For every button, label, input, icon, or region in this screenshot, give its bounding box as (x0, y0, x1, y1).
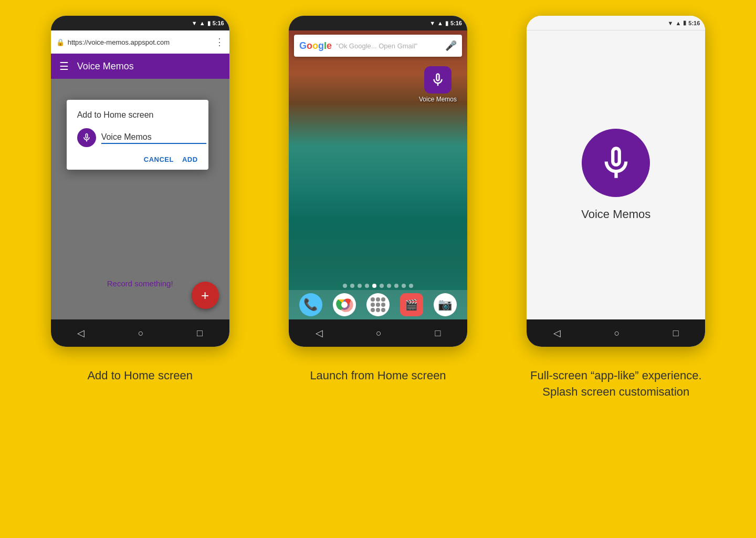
app-dot (371, 297, 375, 302)
shortcut-label: Voice Memos (419, 96, 457, 103)
home-icon[interactable]: ○ (614, 328, 620, 339)
toolbar-title: Voice Memos (77, 61, 134, 72)
battery-icon: ▮ (207, 20, 211, 27)
google-logo: Google (299, 40, 332, 51)
back-icon[interactable]: ◁ (316, 327, 323, 339)
dialog-input-row (77, 128, 198, 147)
app-dot (371, 308, 375, 312)
dot-6 (380, 284, 384, 288)
phone3-container: ▼ ▲ ▮ 5:16 Voice Memos ◁ ○ □ (508, 16, 724, 347)
phone1-status-icons: ▼ ▲ ▮ 5:16 (192, 20, 224, 27)
app-dot (381, 297, 385, 302)
phone3-status-bar: ▼ ▲ ▮ 5:16 (527, 16, 705, 30)
dock-photos-icon[interactable]: 📷 (434, 293, 457, 316)
photos-icon: 📷 (438, 298, 452, 312)
time: 5:16 (450, 20, 462, 26)
phone2-nav-bar: ◁ ○ □ (289, 319, 467, 347)
apps-grid (371, 297, 385, 312)
phone1: ▼ ▲ ▮ 5:16 🔒 https://voice-memos.appspot… (51, 16, 229, 347)
cancel-button[interactable]: CANCEL (144, 156, 174, 163)
phone3: ▼ ▲ ▮ 5:16 Voice Memos ◁ ○ □ (527, 16, 705, 347)
phone2-status-bar: ▼ ▲ ▮ 5:16 (289, 16, 467, 30)
dock-chrome-icon[interactable] (333, 293, 356, 316)
fab-button[interactable]: + (192, 282, 219, 309)
mic-svg (81, 132, 92, 143)
wifi-icon: ▼ (429, 20, 435, 26)
lock-icon: 🔒 (56, 38, 65, 46)
svg-point-2 (341, 302, 348, 308)
dot-10 (409, 284, 413, 288)
phone3-status-icons: ▼ ▲ ▮ 5:16 (668, 19, 700, 26)
wifi-icon: ▼ (668, 20, 674, 26)
recents-icon[interactable]: □ (435, 328, 440, 339)
app-dot (381, 303, 385, 307)
splash-app-title: Voice Memos (581, 208, 650, 221)
url-bar[interactable]: 🔒 https://voice-memos.appspot.com ⋮ (51, 30, 229, 54)
home-icon[interactable]: ○ (138, 328, 144, 339)
back-icon[interactable]: ◁ (77, 327, 85, 339)
app-dot (381, 308, 385, 312)
dock-phone-icon[interactable]: 📞 (299, 293, 322, 316)
app-dot (371, 303, 375, 307)
dialog-actions: CANCEL ADD (77, 156, 198, 163)
add-button[interactable]: ADD (182, 156, 198, 163)
dock-video-icon[interactable]: 🎬 (400, 293, 423, 316)
dot-1 (343, 284, 347, 288)
add-to-home-dialog: Add to Home screen CANCEL ADD (67, 100, 208, 170)
phone2-status-icons: ▼ ▲ ▮ 5:16 (429, 20, 462, 27)
wifi-icon: ▼ (192, 20, 197, 26)
phone3-nav-bar: ◁ ○ □ (527, 319, 705, 347)
signal-icon: ▲ (437, 20, 443, 26)
phones-row: ▼ ▲ ▮ 5:16 🔒 https://voice-memos.appspot… (32, 16, 724, 347)
dot-7 (387, 284, 391, 288)
time: 5:16 (213, 20, 224, 26)
phone1-nav-bar: ◁ ○ □ (51, 319, 229, 347)
phone2-content: Google "Ok Google... Open Gmail" 🎤 Voice… (289, 30, 467, 319)
google-mic-icon[interactable]: 🎤 (445, 40, 457, 51)
splash-mic-icon (582, 129, 650, 197)
page-dots (343, 284, 413, 288)
dot-3 (358, 284, 362, 288)
hamburger-icon[interactable]: ☰ (59, 60, 69, 73)
phone-icon: 📞 (303, 298, 318, 312)
phone1-container: ▼ ▲ ▮ 5:16 🔒 https://voice-memos.appspot… (32, 16, 248, 347)
dock: 📞 (289, 290, 467, 319)
recents-icon[interactable]: □ (197, 328, 203, 339)
home-icon[interactable]: ○ (376, 328, 382, 339)
phone1-status-bar: ▼ ▲ ▮ 5:16 (51, 16, 229, 30)
phone2-container: ▼ ▲ ▮ 5:16 Google "Ok Google... Open Gma… (269, 16, 486, 347)
dot-2 (350, 284, 354, 288)
video-icon: 🎬 (405, 298, 418, 311)
toolbar: ☰ Voice Memos (51, 54, 229, 79)
phone3-content: Voice Memos (527, 30, 705, 319)
app-dot (376, 297, 380, 302)
splash-mic-svg (596, 143, 636, 183)
chrome-svg (335, 295, 354, 314)
phone2: ▼ ▲ ▮ 5:16 Google "Ok Google... Open Gma… (289, 16, 467, 347)
signal-icon: ▲ (675, 20, 681, 26)
record-prompt: Record something! (107, 279, 173, 288)
caption-3: Full-screen “app-like” experience. Splas… (508, 368, 724, 400)
dialog-app-name-input[interactable] (101, 131, 206, 144)
recents-icon[interactable]: □ (673, 328, 679, 339)
phone1-content: Add to Home screen CANCEL ADD (51, 79, 229, 319)
battery-icon: ▮ (445, 20, 448, 27)
more-icon: ⋮ (215, 36, 224, 48)
dialog-title: Add to Home screen (77, 110, 198, 120)
shortcut-mic-svg (430, 72, 446, 88)
shortcut-icon (424, 66, 452, 94)
dot-5 (372, 284, 376, 288)
caption-2: Launch from Home screen (269, 368, 486, 400)
dock-apps-icon[interactable] (366, 293, 390, 316)
battery-icon: ▮ (683, 19, 686, 26)
dot-8 (394, 284, 398, 288)
dot-9 (402, 284, 406, 288)
app-dot (376, 308, 380, 312)
caption-1: Add to Home screen (32, 368, 248, 400)
back-icon[interactable]: ◁ (553, 327, 561, 339)
url-text: https://voice-memos.appspot.com (68, 38, 212, 46)
home-screen-shortcut[interactable]: Voice Memos (419, 66, 457, 103)
time: 5:16 (688, 20, 700, 26)
google-search-bar[interactable]: Google "Ok Google... Open Gmail" 🎤 (294, 35, 462, 57)
dot-4 (365, 284, 369, 288)
